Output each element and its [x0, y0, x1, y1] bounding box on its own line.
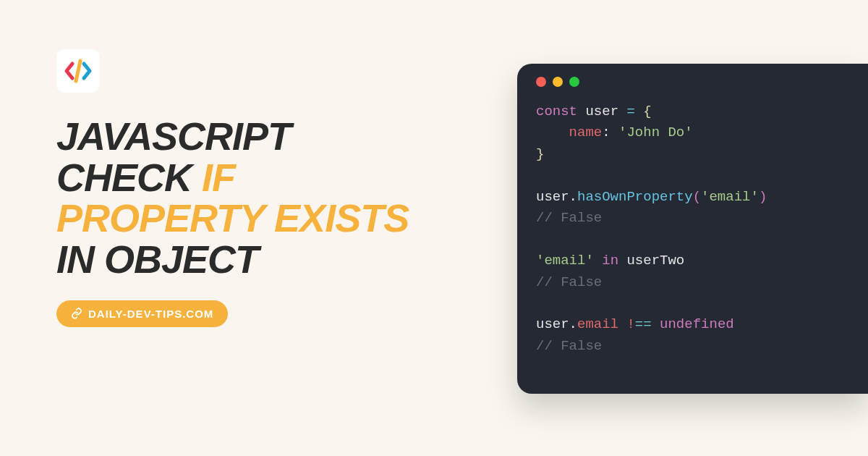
code-token: hasOwnProperty: [577, 189, 693, 205]
code-snippet-card: const user = { name: 'John Do' } user.ha…: [517, 64, 868, 394]
source-link[interactable]: DAILY-DEV-TIPS.COM: [56, 300, 228, 327]
code-token: =: [626, 104, 643, 119]
code-token: in: [594, 253, 627, 269]
maximize-icon: [569, 77, 579, 87]
code-token: .: [569, 189, 577, 205]
code-token: :: [602, 124, 618, 140]
link-icon: [71, 308, 82, 319]
code-token: const: [536, 104, 585, 119]
code-token: user: [536, 316, 569, 332]
code-token: user: [536, 189, 569, 205]
window-traffic-lights: [536, 77, 868, 87]
code-content: const user = { name: 'John Do' } user.ha…: [536, 101, 868, 357]
code-token: ): [759, 189, 767, 205]
code-token: user: [585, 104, 626, 119]
minimize-icon: [553, 77, 563, 87]
code-token: (: [693, 189, 701, 205]
headline-text: JAVASCRIPT CHECK: [56, 114, 291, 199]
page-title: JAVASCRIPT CHECK IF PROPERTY EXISTS IN O…: [56, 116, 433, 280]
code-token: !: [626, 316, 634, 332]
code-token: // False: [536, 210, 602, 226]
code-token: 'email': [536, 253, 594, 269]
code-token: // False: [536, 338, 602, 354]
source-link-label: DAILY-DEV-TIPS.COM: [88, 308, 213, 320]
code-token: userTwo: [626, 253, 684, 269]
site-logo: [56, 49, 100, 93]
close-icon: [536, 77, 546, 87]
code-token: {: [643, 104, 651, 119]
code-slash-icon: [62, 55, 94, 87]
code-token: 'John Do': [618, 124, 693, 140]
code-token: // False: [536, 274, 602, 290]
code-token: email: [577, 316, 626, 332]
code-token: 'email': [701, 189, 759, 205]
code-token: name: [536, 124, 602, 140]
headline-text: IN OBJECT: [56, 237, 258, 281]
code-token: undefined: [660, 316, 734, 332]
code-token: .: [569, 316, 577, 332]
code-token: ==: [635, 316, 660, 332]
code-token: }: [536, 146, 544, 162]
